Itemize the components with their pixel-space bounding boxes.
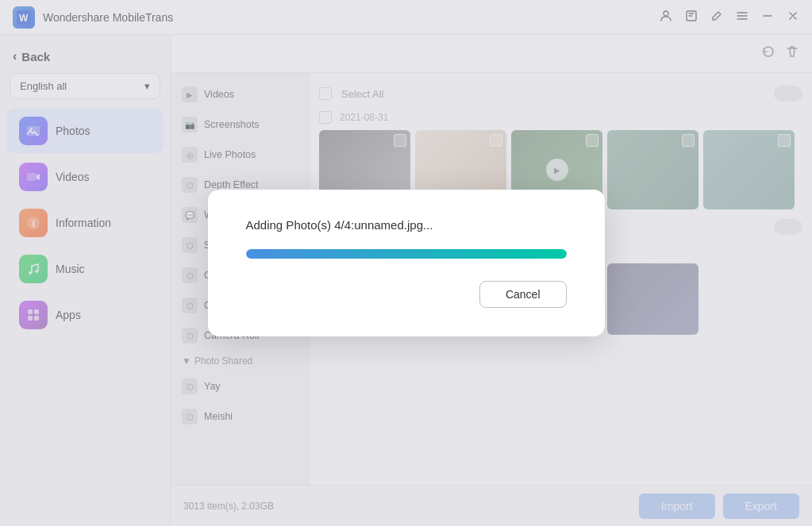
modal-message: Adding Photo(s) 4/4:unnamed.jpg... [246,218,567,232]
progress-bar-fill [246,249,567,259]
modal-actions: Cancel [246,281,567,308]
progress-bar-background [246,249,567,259]
modal-box: Adding Photo(s) 4/4:unnamed.jpg... Cance… [208,190,605,336]
modal-overlay: Adding Photo(s) 4/4:unnamed.jpg... Cance… [0,0,812,526]
cancel-button[interactable]: Cancel [479,281,567,308]
